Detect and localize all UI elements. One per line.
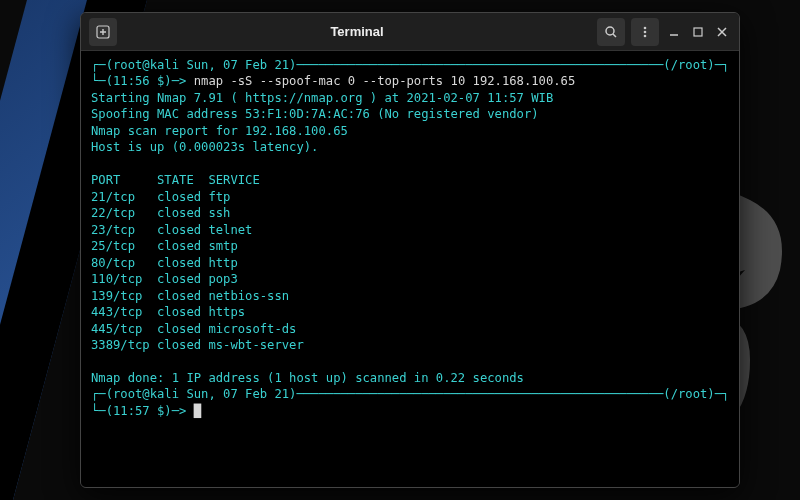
search-icon (604, 25, 618, 39)
kebab-icon (638, 25, 652, 39)
svg-point-1 (606, 27, 614, 35)
svg-point-3 (644, 30, 647, 33)
minimize-icon (668, 26, 680, 38)
terminal-body[interactable]: ┌─(root@kali Sun, 07 Feb 21)────────────… (81, 51, 739, 487)
svg-rect-5 (694, 28, 702, 36)
maximize-button[interactable] (689, 23, 707, 41)
terminal-window: Terminal ┌─(root@kali Sun, 07 Feb 21)───… (80, 12, 740, 488)
new-tab-button[interactable] (89, 18, 117, 46)
minimize-button[interactable] (665, 23, 683, 41)
svg-point-4 (644, 34, 647, 37)
svg-point-2 (644, 26, 647, 29)
titlebar[interactable]: Terminal (81, 13, 739, 51)
maximize-icon (692, 26, 704, 38)
close-button[interactable] (713, 23, 731, 41)
close-icon (716, 26, 728, 38)
plus-tab-icon (96, 25, 110, 39)
search-button[interactable] (597, 18, 625, 46)
menu-button[interactable] (631, 18, 659, 46)
window-title: Terminal (117, 24, 597, 39)
